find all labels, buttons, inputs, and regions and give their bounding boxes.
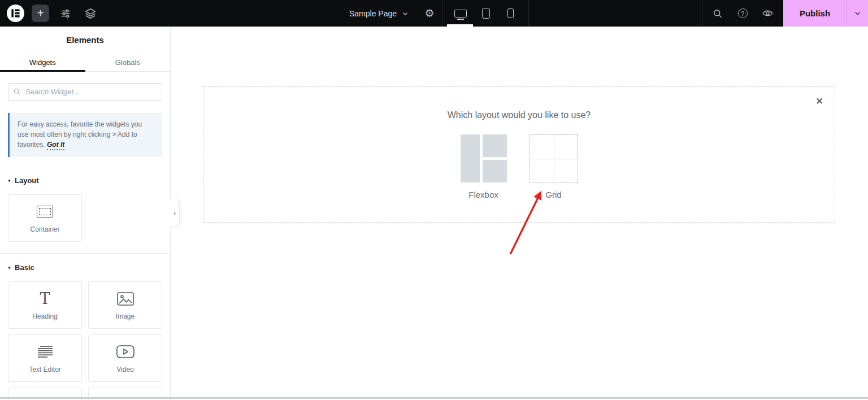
flexbox-icon [461, 134, 507, 182]
widget-image[interactable]: Image [88, 281, 162, 329]
option-grid[interactable]: Grid [530, 134, 578, 199]
section-basic[interactable]: ▾ Basic [0, 263, 170, 272]
add-section-dialog: ✕ Which layout would you like to use? Fl… [203, 86, 835, 223]
device-mobile-button[interactable] [498, 0, 523, 27]
tablet-icon [482, 8, 490, 19]
heading-icon: T [40, 290, 50, 307]
panel-tabs: Widgets Globals [0, 53, 170, 72]
publish-options-button[interactable] [847, 0, 868, 27]
topbar-separator [702, 0, 702, 27]
basic-widgets-grid: T Heading Image [8, 281, 162, 400]
favorites-notice: For easy access, favorite the widgets yo… [8, 113, 162, 157]
help-button[interactable]: ? [734, 5, 752, 22]
layers-icon [84, 7, 97, 20]
site-settings-sliders-button[interactable] [57, 5, 75, 22]
document-title: Sample Page [349, 9, 397, 18]
layout-options: Flexbox Grid [203, 134, 835, 199]
search-widget-input[interactable] [8, 83, 162, 101]
search-icon [13, 88, 21, 95]
search-icon [712, 8, 723, 19]
text-editor-icon [37, 344, 54, 360]
add-element-button[interactable]: + [32, 5, 49, 22]
widget-label: Image [116, 312, 134, 320]
desktop-icon [454, 10, 467, 18]
top-bar: + Sample Page ⚙ [0, 0, 868, 27]
image-icon [117, 290, 134, 307]
preview-button[interactable] [758, 5, 776, 22]
finder-search-button[interactable] [709, 5, 727, 22]
dialog-question: Which layout would you like to use? [203, 110, 835, 120]
document-switcher[interactable]: Sample Page [344, 0, 414, 27]
widget-label: Text Editor [29, 366, 61, 373]
page-settings-button[interactable]: ⚙ [420, 5, 439, 22]
window-bottom-edge [0, 397, 868, 399]
help-icon: ? [738, 8, 748, 18]
notice-text: For easy access, favorite the widgets yo… [18, 120, 142, 149]
caret-down-icon: ▾ [8, 177, 11, 184]
chevron-down-icon [854, 10, 861, 17]
got-it-link[interactable]: Got It [47, 141, 64, 150]
active-tab-underline [0, 70, 85, 72]
widget-label: Container [30, 225, 59, 233]
option-flexbox[interactable]: Flexbox [461, 134, 507, 199]
elementor-logo-icon [10, 8, 21, 19]
panel-title: Elements [0, 27, 170, 53]
structure-button[interactable] [81, 5, 99, 22]
option-label: Grid [545, 190, 561, 199]
section-layout[interactable]: ▾ Layout [0, 176, 170, 185]
widget-heading[interactable]: T Heading [8, 281, 82, 329]
active-device-indicator [447, 24, 473, 27]
widget-search [8, 83, 162, 101]
widget-video[interactable]: Video [88, 334, 162, 382]
editor-canvas: ✕ Which layout would you like to use? Fl… [171, 27, 868, 400]
tab-widgets[interactable]: Widgets [0, 53, 85, 71]
plus-icon: + [37, 7, 44, 20]
topbar-separator [442, 0, 442, 27]
section-divider [0, 253, 170, 254]
device-tablet-button[interactable] [474, 0, 498, 27]
tab-globals[interactable]: Globals [85, 53, 171, 71]
sliders-icon [59, 7, 72, 20]
widget-label: Video [116, 366, 133, 373]
section-label: Basic [15, 263, 34, 272]
container-icon [37, 203, 53, 220]
publish-button[interactable]: Publish [783, 0, 847, 27]
panel-collapse-button[interactable]: ‹ [170, 199, 180, 227]
device-desktop-button[interactable] [448, 0, 473, 27]
chevron-left-icon: ‹ [173, 209, 176, 217]
chevron-down-icon [402, 10, 409, 17]
widget-container[interactable]: Container [8, 194, 82, 242]
widget-label: Heading [32, 312, 58, 320]
topbar-separator [528, 0, 529, 27]
eye-icon [762, 7, 774, 19]
widget-text-editor[interactable]: Text Editor [8, 334, 82, 382]
layout-widgets-grid: Container [8, 194, 162, 242]
option-label: Flexbox [468, 190, 498, 199]
grid-line [530, 159, 578, 159]
elementor-logo[interactable] [7, 5, 24, 22]
video-icon [116, 344, 134, 360]
mobile-icon [507, 8, 514, 18]
elementor-editor: + Sample Page ⚙ [0, 0, 868, 400]
caret-down-icon: ▾ [8, 264, 11, 271]
gear-icon: ⚙ [424, 8, 434, 19]
widgets-panel: Elements Widgets Globals For easy access… [0, 27, 171, 400]
section-label: Layout [15, 176, 39, 185]
close-icon[interactable]: ✕ [813, 94, 826, 108]
grid-icon [530, 134, 578, 182]
